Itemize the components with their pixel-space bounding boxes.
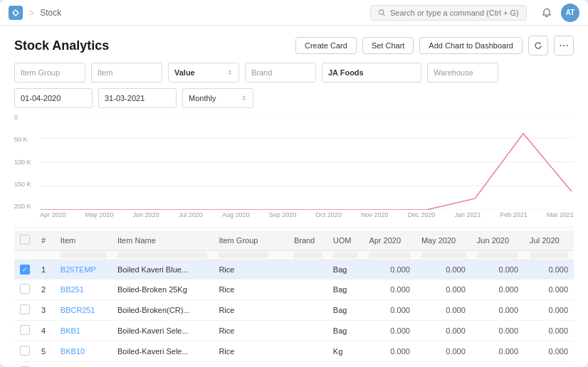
breadcrumb-page: Stock: [40, 8, 61, 18]
row-may: 0.000: [416, 300, 471, 321]
period-chevron: ⇕: [241, 95, 247, 102]
x-label-jul2020: Jul 2020: [179, 211, 203, 227]
col-checkbox[interactable]: [14, 230, 36, 251]
warehouse-label: Warehouse: [434, 68, 473, 77]
col-apr2020: Apr 2020: [363, 230, 416, 251]
period-value: Monthly: [189, 94, 216, 102]
row-item-name: Boiled-Kaveri Sele...: [112, 321, 213, 341]
row-checkbox[interactable]: [20, 325, 30, 335]
x-label-jun2020: Jun 2020: [132, 211, 159, 227]
row-checkbox[interactable]: [20, 304, 30, 314]
brand-filter[interactable]: JA Foods: [322, 63, 421, 83]
row-uom: Bag: [327, 321, 364, 341]
x-label-dec2020: Dec 2020: [408, 211, 436, 227]
x-label-nov2020: Nov 2020: [361, 211, 389, 227]
date-to-filter[interactable]: 31-03-2021: [98, 88, 177, 108]
warehouse-filter[interactable]: Warehouse: [427, 63, 498, 83]
row-may: 0.000: [416, 341, 471, 362]
row-item-name: Boiled-Kaveri Sele...: [112, 362, 213, 368]
item-filter[interactable]: Item: [91, 63, 162, 83]
row-apr: 0.000: [363, 321, 416, 341]
col-filter-apr[interactable]: [363, 251, 416, 260]
header-actions: Create Card Set Chart Add Chart to Dashb…: [295, 36, 574, 55]
col-filter-item[interactable]: [55, 251, 112, 260]
col-filter-jun[interactable]: [471, 251, 524, 260]
table-row: 4 BKB1 Boiled-Kaveri Sele... Rice Bag 0.…: [14, 321, 574, 341]
row-checkbox[interactable]: [20, 265, 30, 275]
user-avatar[interactable]: AT: [561, 4, 579, 22]
col-filter-checkbox: [14, 251, 36, 260]
col-filter-group[interactable]: [213, 251, 274, 260]
row-spacer: [274, 321, 288, 341]
row-item: BBCR251: [55, 300, 112, 321]
row-num: 5: [36, 341, 55, 362]
row-num: 1: [36, 260, 55, 280]
row-checkbox-cell[interactable]: [14, 362, 36, 368]
search-bar[interactable]: [370, 5, 527, 21]
table-row: 2 BB251 Boiled-Broken 25Kg Rice Bag 0.00…: [14, 280, 574, 300]
date-from-filter[interactable]: 01-04-2020: [14, 88, 93, 108]
col-filter-uom[interactable]: [327, 251, 364, 260]
table-row: 3 BBCR251 Boiled-Broken(CR)... Rice Bag …: [14, 300, 574, 321]
row-jun: 0.000: [471, 300, 524, 321]
brand-placeholder[interactable]: Brand: [245, 63, 316, 83]
row-apr: 0.000: [363, 341, 416, 362]
row-may: 0.000: [416, 362, 471, 368]
y-label-150: 150 K: [14, 181, 37, 188]
ellipsis-icon: ⋯: [559, 41, 569, 50]
row-checkbox[interactable]: [20, 284, 30, 294]
row-jun: 0.000: [471, 260, 524, 280]
more-options-button[interactable]: ⋯: [554, 36, 574, 55]
x-label-may2020: May 2020: [85, 211, 114, 227]
row-checkbox-cell[interactable]: [14, 341, 36, 362]
brand-value: JA Foods: [328, 68, 364, 77]
row-item: BKB10: [55, 341, 112, 362]
row-uom: Bag: [327, 362, 364, 368]
chart-x-labels: Apr 2020 May 2020 Jun 2020 Jul 2020 Aug …: [40, 211, 574, 227]
row-may: 0.000: [416, 280, 471, 300]
table-row: 5 BKB10 Boiled-Kaveri Sele... Rice Kg 0.…: [14, 341, 574, 362]
row-item-group: Rice: [213, 280, 274, 300]
search-input[interactable]: [390, 9, 519, 17]
col-filter-jul[interactable]: [524, 251, 574, 260]
breadcrumb-separator: >: [28, 7, 34, 18]
row-apr: 0.000: [363, 362, 416, 368]
row-checkbox-cell[interactable]: [14, 300, 36, 321]
row-brand: [288, 362, 327, 368]
item-group-label: Item Group: [21, 68, 60, 77]
set-chart-button[interactable]: Set Chart: [362, 37, 414, 54]
col-filter-may[interactable]: [416, 251, 471, 260]
row-uom: Bag: [327, 260, 364, 280]
col-filter-brand[interactable]: [288, 251, 327, 260]
value-chevron: ⇕: [227, 69, 233, 76]
data-table: # Item Item Name Item Group Brand UOM Ap…: [14, 230, 574, 367]
row-item-group: Rice: [213, 300, 274, 321]
row-checkbox-cell[interactable]: [14, 321, 36, 341]
col-filter-name[interactable]: [112, 251, 213, 260]
x-label-sep2020: Sep 2020: [269, 211, 297, 227]
row-spacer: [274, 260, 288, 280]
create-card-button[interactable]: Create Card: [295, 37, 357, 54]
row-item-name: Boiled-Broken 25Kg: [112, 280, 213, 300]
row-jul: 0.000: [524, 341, 574, 362]
row-checkbox-cell[interactable]: [14, 280, 36, 300]
notification-bell[interactable]: [538, 4, 555, 21]
add-chart-button[interactable]: Add Chart to Dashboard: [419, 37, 523, 54]
col-spacer: [274, 230, 288, 251]
col-num: #: [36, 230, 55, 251]
svg-line-1: [383, 14, 385, 16]
refresh-icon: [534, 41, 542, 50]
refresh-button[interactable]: [528, 36, 548, 55]
period-filter[interactable]: Monthly ⇕: [182, 88, 253, 108]
select-all-checkbox[interactable]: [20, 235, 30, 245]
value-filter[interactable]: Value ⇕: [168, 63, 239, 83]
data-table-container[interactable]: # Item Item Name Item Group Brand UOM Ap…: [14, 230, 574, 367]
app-logo: [9, 6, 23, 20]
svg-point-0: [379, 9, 383, 14]
row-checkbox[interactable]: [20, 346, 30, 356]
row-checkbox-cell[interactable]: [14, 260, 36, 280]
value-label: Value: [174, 68, 195, 77]
row-jul: 0.000: [524, 300, 574, 321]
y-label-200: 200 K: [14, 203, 37, 210]
item-group-filter[interactable]: Item Group: [14, 63, 85, 83]
